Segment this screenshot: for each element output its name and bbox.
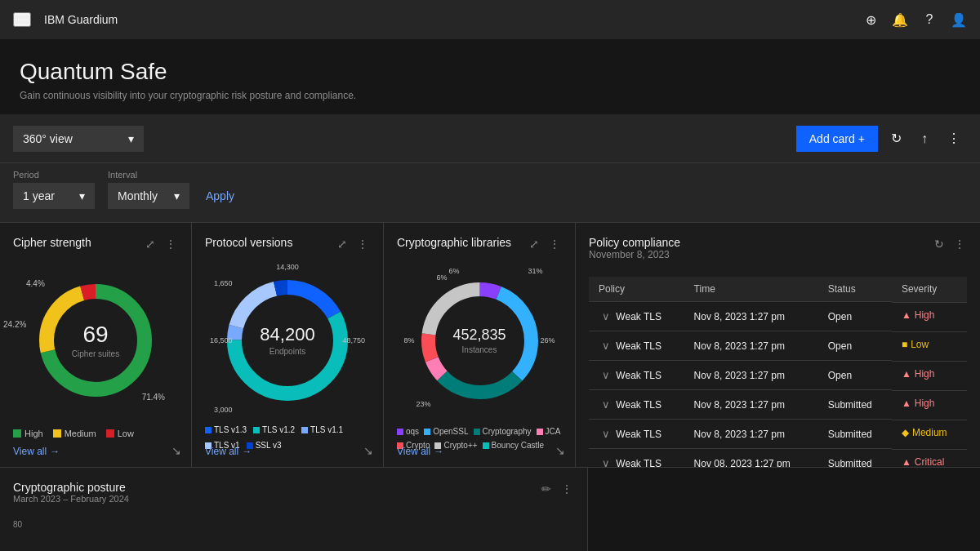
policy-time: Nov 8, 2023 1:27 pm [684,302,818,331]
crypto-lib-title: Cryptographic libraries [397,236,511,249]
crypto-pct-31: 31% [528,267,542,275]
severity-label: High [915,368,935,380]
row-expand-button[interactable]: ∨ [599,397,613,412]
crypto-pct-23: 23% [416,400,431,408]
posture-card: Cryptographic posture March 2023 – Febru… [0,468,588,551]
row-expand-button[interactable]: ∨ [599,338,613,353]
policy-time: Nov 08, 2023 1:27 pm [684,449,818,468]
protocol-card-actions: ⤢ ⋮ [336,236,370,252]
policy-time: Nov 8, 2023 1:27 pm [684,390,818,420]
protocol-view-all[interactable]: View all → [205,446,252,457]
cipher-sublabel: Cipher suites [72,349,119,358]
policy-status: Submitted [818,420,892,449]
crypto-pct-6b: 6% [449,267,460,275]
legend-medium: Medium [53,429,96,438]
interval-filter-group: Interval Monthly [108,170,189,209]
row-expand-button[interactable]: ∨ [599,309,613,324]
table-row: ∨ Weak TLS Nov 8, 2023 1:27 pm Open ■ Lo… [589,331,967,361]
policy-header: Policy compliance November 8, 2023 ↻ ⋮ [589,236,967,270]
pin-icon[interactable]: ⊕ [862,11,879,28]
user-icon[interactable]: 👤 [951,11,967,28]
legend-tlsv11-dot [301,427,308,433]
view-selector[interactable]: 360° view [13,126,144,152]
more-options-button[interactable]: ⋮ [941,124,967,153]
period-select-wrap: 1 year [13,183,95,209]
policy-time: Nov 8, 2023 1:27 pm [684,420,818,449]
protocol-chart: 14,300 1,650 48,750 3,000 16,500 [205,259,370,422]
policy-status: Open [818,302,892,331]
policy-severity: ▲ High [892,390,967,415]
help-icon[interactable]: ? [921,11,938,28]
protocol-donut-center: 84,200 Endpoints [260,326,314,356]
cipher-view-all[interactable]: View all → [13,446,60,457]
policy-table-body: ∨ Weak TLS Nov 8, 2023 1:27 pm Open ▲ Hi… [589,302,967,468]
plus-icon: + [858,132,865,145]
filter-bar: Period 1 year Interval Monthly Apply [0,163,980,223]
crypto-lib-more-icon[interactable]: ⋮ [547,236,562,252]
add-card-button[interactable]: Add card + [796,126,878,152]
crypto-lib-card-bottom-icon: ↘ [555,444,565,457]
cipher-pct-medium: 24.2% [3,320,26,329]
severity-icon: ▲ [902,368,911,380]
policy-name: Weak TLS [616,340,662,352]
posture-chart-area: 80 60 [13,520,574,551]
posture-edit-icon[interactable]: ✏ [540,481,553,497]
refresh-button[interactable]: ↻ [884,124,908,153]
severity-icon: ■ [902,339,907,350]
crypto-pct-8: 8% [404,336,415,344]
proto-label-top: 14,300 [276,263,299,271]
row-expand-button[interactable]: ∨ [599,367,613,383]
cipher-donut-wrap: 4.4% 24.2% 71.4% 69 Cipher suites [26,271,165,410]
policy-status: Submitted [818,449,892,468]
crypto-lib-view-all[interactable]: View all → [397,446,443,457]
cipher-legend: High Medium Low [13,429,178,438]
col-status: Status [818,277,892,302]
interval-select-wrap: Monthly [108,183,189,209]
interval-select[interactable]: Monthly [108,183,189,209]
policy-time: Nov 8, 2023 1:27 pm [684,331,818,361]
severity-label: High [915,309,935,321]
severity-icon: ▲ [902,309,911,321]
sl-oqs: oqs [397,427,419,436]
row-expand-button[interactable]: ∨ [599,455,613,467]
cipher-strength-title: Cipher strength [13,236,91,249]
sl-bouncy: Bouncy Castle [483,441,544,450]
export-button[interactable]: ↑ [915,125,934,153]
sl-cryptography: Cryptography [474,427,532,436]
proto-label-left: 16,500 [210,336,233,344]
posture-y-axis: 80 60 [13,520,25,551]
col-policy: Policy [589,277,684,302]
severity-icon: ▲ [902,456,911,468]
table-row: ∨ Weak TLS Nov 8, 2023 1:27 pm Open ▲ Hi… [589,361,967,390]
posture-bars [29,520,574,551]
table-row: ∨ Weak TLS Nov 8, 2023 1:27 pm Open ▲ Hi… [589,302,967,331]
period-filter-group: Period 1 year [13,170,95,209]
top-nav: IBM Guardium ⊕ 🔔 ? 👤 [0,0,980,39]
protocol-versions-card: Protocol versions ⤢ ⋮ 14,300 1,650 48,75… [192,223,384,467]
protocol-expand-icon[interactable]: ⤢ [336,236,349,252]
policy-table: Policy Time Status Severity ∨ Weak TLS N… [589,277,967,467]
crypto-lib-chart: 31% 26% 23% 8% 6% 6% [397,259,562,422]
policy-refresh-icon[interactable]: ↻ [933,236,946,252]
cipher-pct-low: 4.4% [26,279,45,288]
protocol-more-icon[interactable]: ⋮ [355,236,370,252]
top-cards-row: Cipher strength ⤢ ⋮ 4.4% 24.2% 71.4% [0,223,980,468]
legend-medium-dot [53,429,61,438]
crypto-lib-expand-icon[interactable]: ⤢ [528,236,541,252]
cipher-more-icon[interactable]: ⋮ [163,236,178,252]
period-select[interactable]: 1 year [13,183,95,209]
policy-severity: ▲ High [892,361,967,386]
nav-left: IBM Guardium [13,12,118,27]
row-expand-button[interactable]: ∨ [599,426,613,442]
cipher-expand-icon[interactable]: ⤢ [144,236,157,252]
notification-icon[interactable]: 🔔 [892,11,908,28]
policy-severity: ▲ Critical [892,449,967,468]
policy-time: Nov 8, 2023 1:27 pm [684,361,818,390]
menu-button[interactable] [13,12,31,27]
posture-card-actions: ✏ ⋮ [540,481,574,497]
bottom-cards-row: Cryptographic posture March 2023 – Febru… [0,468,980,551]
posture-more-icon[interactable]: ⋮ [559,481,574,497]
apply-button[interactable]: Apply [203,183,238,209]
sl-jca: JCA [537,427,561,436]
policy-more-icon[interactable]: ⋮ [952,236,967,252]
